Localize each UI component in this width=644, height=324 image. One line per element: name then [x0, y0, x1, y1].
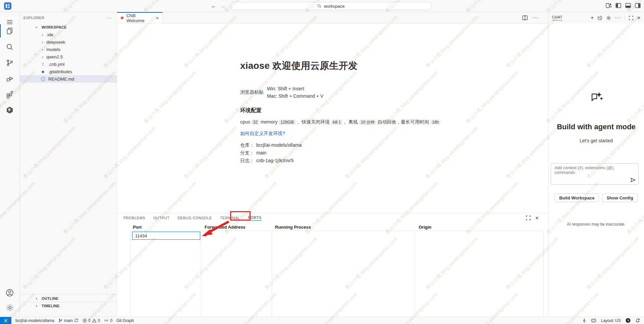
sidebar-more-icon[interactable]: ··· [106, 15, 112, 20]
tree-item-deepseek[interactable]: ›deepseek [20, 38, 117, 46]
account-icon[interactable] [0, 285, 19, 300]
tree-item--gitattributes[interactable]: ◆.gitattributes [20, 68, 117, 75]
status-layout[interactable]: Layout: US [601, 318, 621, 323]
agent-sparkle-chat-icon [548, 91, 644, 105]
tree-item-readme-md[interactable]: iREADME.md [20, 75, 117, 83]
status-tunnel[interactable] [582, 318, 586, 323]
chat-input-box[interactable] [551, 163, 639, 185]
sidebar-title: EXPLORER [23, 16, 44, 20]
paste-shortcuts: Win: Shift + Insert Mac: Shift + Command… [267, 85, 323, 100]
chevron-down-icon: › [34, 25, 39, 30]
toggle-panel-bottom-icon[interactable] [625, 3, 631, 8]
tab-label: CNB Welcome [126, 13, 153, 23]
paste-label: 浏览器粘贴 [240, 89, 264, 95]
search-view-icon[interactable] [0, 40, 19, 54]
welcome-title: xiaose 欢迎使用云原生开发 [240, 59, 548, 72]
title-bar: ← → workspace [0, 0, 644, 12]
sync-icon [74, 318, 78, 323]
col-header-origin: Origin [419, 225, 431, 230]
split-editor-icon[interactable] [522, 15, 528, 20]
chat-title-tab[interactable]: CHAT [552, 15, 562, 20]
repo-info: 仓库：bcrjl/ai-models/ollama分支：main日志：cnb-1… [240, 141, 548, 165]
toggle-sidebar-left-icon[interactable] [615, 3, 621, 8]
status-branch[interactable]: main [58, 318, 78, 323]
chat-header: CHAT + ··· ✕ [548, 12, 644, 24]
forward-arrow-button[interactable]: → [219, 2, 227, 10]
env-text: ， 离线 [342, 119, 359, 125]
repo-info-line: 日志：cnb-1ag-1j9clnvr5 [240, 157, 548, 165]
close-panel-icon[interactable]: ✕ [535, 216, 539, 221]
back-arrow-button[interactable]: ← [210, 2, 218, 10]
port-number-input[interactable] [132, 232, 200, 240]
remote-indicator[interactable] [0, 317, 11, 324]
outline-section[interactable]: › OUTLINE [20, 294, 117, 302]
divider [625, 15, 625, 20]
column-divider [415, 231, 415, 317]
command-search-box[interactable]: workspace [231, 2, 431, 10]
tree-item--cnb-yml[interactable]: !.cnb.yml [20, 60, 117, 68]
settings-gear-icon[interactable] [0, 300, 19, 315]
chat-maximize-icon[interactable] [629, 16, 633, 20]
broadcast-icon [104, 318, 109, 323]
sidebar-header: EXPLORER ··· [20, 12, 117, 24]
env-badge: 16h [430, 120, 440, 125]
chat-more-actions-icon[interactable]: ··· [615, 15, 621, 21]
panel-tab-output[interactable]: OUTPUT [153, 216, 169, 220]
source-control-icon[interactable] [0, 55, 19, 70]
customize-env-link[interactable]: 如何自定义开发环境? [240, 131, 548, 137]
extension-status-icon [626, 318, 631, 323]
panel-tab-debug-console[interactable]: DEBUG CONSOLE [177, 216, 212, 220]
run-debug-icon[interactable] [0, 71, 19, 86]
status-repo[interactable]: bcrjl/ai-models/ollama [15, 318, 54, 323]
info-file-icon: i [40, 77, 46, 81]
panel-tab-terminal[interactable]: TERMINAL [220, 216, 240, 220]
chevron-right-icon: › [40, 54, 45, 59]
chevron-right-icon: › [34, 296, 39, 301]
bottom-panel: PROBLEMSOUTPUTDEBUG CONSOLETERMINALPORTS… [117, 213, 548, 317]
customize-layout-icon[interactable] [606, 3, 611, 8]
show-config-button[interactable]: Show Config [602, 193, 637, 202]
tab-cnb-welcome[interactable]: ✱ CNB Welcome ✕ [117, 12, 163, 23]
timeline-section[interactable]: › TIMELINE [20, 302, 117, 309]
panel-tab-ports[interactable]: PORTS [248, 216, 261, 221]
editor-tab-bar: ✱ CNB Welcome ✕ ··· [117, 12, 548, 24]
tree-root-workspace[interactable]: › WORKSPACE [20, 24, 117, 31]
chat-settings-gear-icon[interactable] [606, 15, 611, 20]
tree-item-qwen2-5[interactable]: ›qwen2.5 [20, 53, 117, 60]
copilot-icon [591, 318, 596, 323]
errors-icon [83, 318, 87, 323]
chevron-right-icon: › [40, 47, 45, 52]
chat-close-icon[interactable]: ✕ [637, 15, 641, 20]
chat-input-textarea[interactable] [554, 166, 635, 176]
column-divider [201, 231, 201, 317]
explorer-icon[interactable] [0, 24, 19, 38]
maximize-panel-icon[interactable] [526, 216, 531, 220]
status-forwarded-ports[interactable]: 0 [104, 318, 112, 323]
env-config-title: 环境配置 [240, 107, 548, 114]
tree-item--ide[interactable]: ›.ide [20, 31, 117, 38]
build-workspace-button[interactable]: Build Workspace [555, 193, 599, 202]
status-problems[interactable]: 0 0 [83, 318, 100, 323]
status-git-graph[interactable]: Git Graph [116, 318, 134, 323]
branch-icon [58, 318, 63, 323]
app-logo-icon [4, 2, 11, 10]
cnb-extension-icon[interactable] [0, 103, 19, 118]
chevron-right-icon: › [40, 32, 45, 37]
status-notifications[interactable] [635, 318, 640, 323]
env-badge: kill 1 [331, 120, 342, 125]
tab-close-icon[interactable]: ✕ [156, 16, 159, 20]
env-text: 自动回收，最长可用时间 [376, 119, 430, 125]
tunnel-icon [582, 318, 586, 323]
send-icon[interactable] [630, 177, 636, 183]
chat-history-icon[interactable] [597, 15, 602, 20]
cnb-tab-icon: ✱ [120, 15, 124, 20]
extensions-icon[interactable] [0, 87, 19, 102]
editor-more-actions-icon[interactable]: ··· [532, 15, 539, 21]
env-badge: 128GiB [279, 120, 296, 125]
new-chat-icon[interactable]: + [591, 15, 594, 21]
status-copilot[interactable] [591, 318, 596, 323]
status-extension-badge[interactable] [626, 318, 631, 323]
panel-tab-problems[interactable]: PROBLEMS [123, 216, 145, 220]
tree-item-models[interactable]: ›models [20, 46, 117, 53]
toggle-sidebar-right-icon[interactable] [635, 3, 641, 8]
